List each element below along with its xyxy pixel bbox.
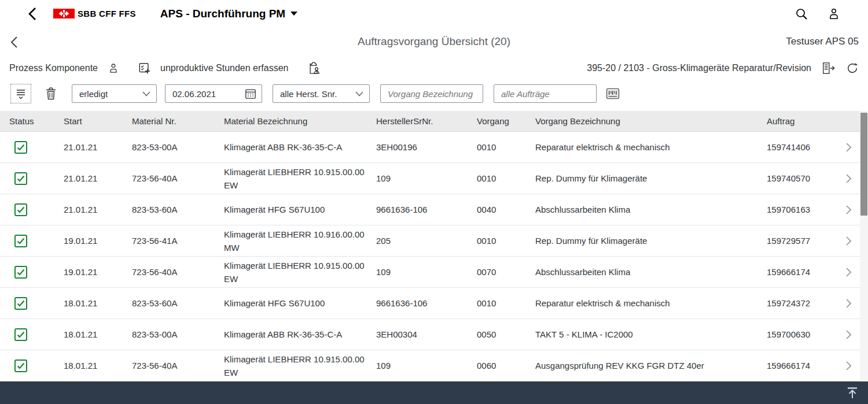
- cell-status: [0, 203, 64, 216]
- process-component-label[interactable]: Prozess Komponente: [9, 63, 98, 73]
- cell-material-nr: 823-53-00A: [132, 328, 224, 341]
- cell-auftrag: 159740570: [767, 172, 837, 185]
- cell-vorgang-bez: Reparatur elektrisch & mechanisch: [535, 140, 767, 154]
- cell-start: 21.01.21: [64, 172, 132, 185]
- status-done-checkbox-icon: [14, 172, 27, 185]
- vorgang-filter-input[interactable]: [381, 85, 483, 102]
- status-done-checkbox-icon: [14, 266, 27, 279]
- app-title-menu[interactable]: APS - Durchführung PM: [160, 8, 297, 20]
- brand-text: SBB CFF FFS: [78, 9, 136, 18]
- shell-bar: SBB CFF FFS APS - Durchführung PM: [0, 0, 868, 27]
- table-row[interactable]: 21.01.21 823-53-60A Klimagerät HFG S67U1…: [0, 194, 860, 225]
- cell-navigation: [837, 361, 860, 370]
- column-header-material-bez: Material Bezeichnung: [224, 116, 376, 126]
- row-chevron-icon: [846, 174, 851, 183]
- barcode-icon: [606, 88, 620, 99]
- cell-material-bez: Klimagerät ABB RK-36-35-C-A: [224, 140, 376, 154]
- cell-vorgang-bez: Rep. Dummy für Klimageräte: [535, 172, 767, 185]
- vertical-scrollbar[interactable]: [860, 111, 868, 381]
- cell-material-nr: 723-56-40A: [132, 172, 224, 185]
- table-row[interactable]: 19.01.21 723-56-41A Klimagerät LIEBHERR …: [0, 225, 860, 257]
- page-header: Auftragsvorgang Übersicht (20) Testuser …: [0, 27, 868, 57]
- cell-material-nr: 823-53-60A: [132, 203, 224, 216]
- cell-navigation: [837, 143, 860, 152]
- date-filter-field[interactable]: 02.06.2021: [165, 84, 262, 103]
- task-add-icon: [138, 62, 151, 75]
- cell-vorgang: 0050: [477, 328, 535, 341]
- add-unproductive-hours-button[interactable]: [137, 61, 152, 76]
- status-done-checkbox-icon: [14, 297, 27, 310]
- shell-back-button[interactable]: [25, 7, 39, 21]
- scroll-to-top-button[interactable]: [843, 384, 862, 402]
- cell-status: [0, 328, 64, 341]
- serial-filter-value: alle Herst. Snr.: [280, 89, 337, 99]
- auftrag-filter-wrapper: [494, 84, 597, 103]
- shell-actions: [794, 6, 868, 21]
- person-icon: [108, 62, 119, 74]
- cell-vorgang-bez: TAKT 5 - KLIMA - IC2000: [535, 328, 767, 341]
- cell-vorgang-bez: Rep. Dummy für Klimageräte: [535, 234, 767, 247]
- column-header-auftrag: Auftrag: [767, 116, 837, 126]
- auftrag-filter-input[interactable]: [494, 85, 596, 102]
- cell-navigation: [837, 205, 860, 214]
- cell-hersteller: 9661636-106: [376, 296, 477, 310]
- column-header-vorgang-bez: Vorgang Bezeichnung: [535, 116, 767, 126]
- current-user-label: Testuser APS 05: [786, 36, 859, 47]
- context-toolbar: Prozess Komponente unproduktive: [0, 57, 868, 79]
- change-plant-button[interactable]: [821, 61, 836, 76]
- cell-navigation: [837, 236, 860, 246]
- status-done-checkbox-icon: [14, 328, 27, 341]
- calendar-icon: [245, 88, 256, 99]
- chevron-left-icon: [28, 8, 36, 20]
- search-icon: [795, 8, 808, 20]
- cell-start: 21.01.21: [64, 140, 132, 154]
- cell-status: [0, 141, 64, 154]
- chevron-down-icon: [355, 91, 363, 97]
- barcode-scan-button[interactable]: [605, 86, 621, 102]
- status-done-checkbox-icon: [14, 359, 27, 372]
- clear-filters-button[interactable]: [43, 86, 59, 102]
- vorgang-filter-wrapper: [380, 84, 483, 103]
- cell-auftrag: 159724372: [767, 296, 837, 310]
- status-done-checkbox-icon: [14, 235, 27, 247]
- serial-filter-select[interactable]: alle Herst. Snr.: [273, 84, 370, 103]
- scrollbar-thumb[interactable]: [860, 113, 867, 216]
- unproductive-hours-label[interactable]: unproduktive Stunden erfassen: [160, 63, 288, 73]
- cell-material-bez: Klimagerät LIEBHERR 10.915.00.00 EW: [224, 259, 376, 286]
- table-row[interactable]: 19.01.21 723-56-40A Klimagerät LIEBHERR …: [0, 257, 860, 288]
- clipboard-person-button[interactable]: [307, 61, 322, 76]
- status-filter-select[interactable]: erledigt: [72, 84, 157, 103]
- cell-start: 18.01.21: [64, 328, 132, 341]
- cell-start: 18.01.21: [64, 296, 132, 310]
- table-row[interactable]: 18.01.21 823-53-00A Klimagerät ABB RK-36…: [0, 319, 860, 350]
- row-chevron-icon: [846, 361, 851, 370]
- assign-person-button[interactable]: [106, 61, 121, 76]
- cell-vorgang: 0010: [477, 234, 535, 247]
- cell-status: [0, 235, 64, 247]
- cell-auftrag: 159666174: [767, 265, 837, 279]
- user-profile-button[interactable]: [826, 6, 841, 21]
- cell-auftrag: 159729577: [767, 234, 837, 247]
- cell-hersteller: 3EH00304: [376, 328, 477, 341]
- refresh-icon: [846, 62, 859, 75]
- trash-icon: [45, 87, 57, 100]
- table-row[interactable]: 18.01.21 723-56-40A Klimagerät LIEBHERR …: [0, 350, 860, 381]
- cell-hersteller: 3EH00196: [376, 140, 477, 154]
- row-chevron-icon: [846, 143, 851, 152]
- cell-vorgang: 0070: [477, 265, 535, 279]
- table-header: Status Start Material Nr. Material Bezei…: [0, 111, 860, 132]
- cell-navigation: [837, 268, 860, 277]
- cell-hersteller: 205: [376, 234, 477, 247]
- table-row[interactable]: 18.01.21 823-53-60A Klimagerät HFG S67U1…: [0, 288, 860, 319]
- sort-button[interactable]: [10, 84, 31, 103]
- refresh-button[interactable]: [845, 61, 860, 76]
- cell-hersteller: 109: [376, 265, 477, 279]
- cell-vorgang: 0010: [477, 140, 535, 154]
- cell-status: [0, 359, 64, 372]
- cell-auftrag: 159666174: [767, 359, 837, 372]
- table-row[interactable]: 21.01.21 723-56-40A Klimagerät LIEBHERR …: [0, 163, 860, 194]
- table-row[interactable]: 21.01.21 823-53-00A Klimagerät ABB RK-36…: [0, 132, 860, 163]
- cell-start: 19.01.21: [64, 265, 132, 279]
- search-button[interactable]: [794, 6, 809, 21]
- cell-start: 19.01.21: [64, 234, 132, 247]
